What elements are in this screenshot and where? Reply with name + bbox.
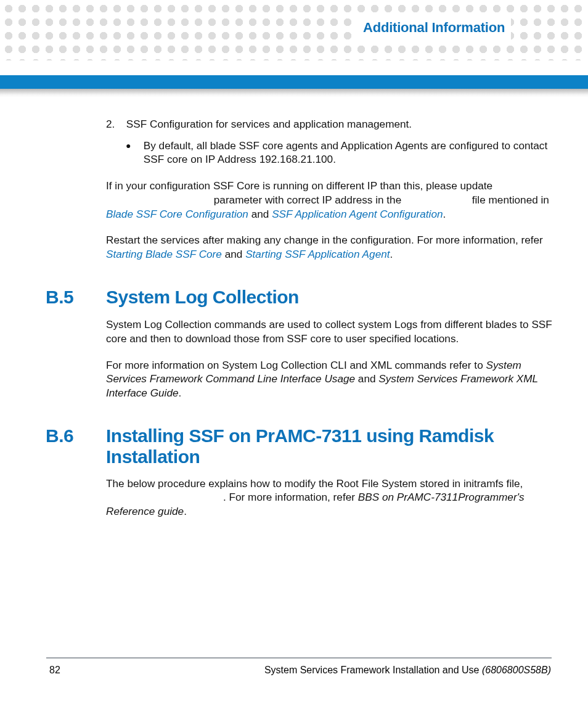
list-number: 2. (106, 117, 123, 131)
paragraph: For more information on System Log Colle… (106, 358, 555, 400)
section-body-b5: System Log Collection commands are used … (106, 318, 555, 400)
text: . (184, 505, 187, 517)
text: and (251, 208, 272, 220)
list-item-2: 2. SSF Configuration for services and ap… (106, 117, 555, 131)
footer-docid: (6806800S58B) (482, 665, 551, 675)
text: . (390, 248, 393, 260)
paragraph: The below procedure explains how to modi… (106, 477, 555, 519)
footer-text: System Services Framework Installation a… (264, 665, 551, 676)
section-heading-b6: B.6 Installing SSF on PrAMC-7311 using R… (46, 424, 555, 468)
text: and (225, 248, 245, 260)
chapter-title-box: Additional Information (354, 17, 511, 39)
text: parameter with correct IP address in the (211, 194, 404, 206)
bullet-text: By default, all blade SSF core agents an… (144, 139, 550, 166)
text: and (355, 372, 378, 385)
section-number: B.5 (46, 285, 106, 310)
page-content: 2. SSF Configuration for services and ap… (106, 117, 555, 519)
header-blue-bar (0, 75, 588, 89)
bullet-item: ● By default, all blade SSF core agents … (126, 139, 555, 166)
chapter-title: Additional Information (363, 20, 505, 35)
list-text: SSF Configuration for services and appli… (126, 117, 552, 131)
text: . (179, 387, 182, 399)
page-number: 82 (49, 665, 60, 676)
text: The below procedure explains how to modi… (106, 477, 523, 490)
link-blade-ssf-core-config[interactable]: Blade SSF Core Configuration (106, 208, 248, 220)
header-gray-fade (0, 89, 588, 97)
section-title: System Log Collection (106, 287, 299, 308)
text: Restart the services after making any ch… (106, 234, 543, 246)
section-heading-b5: B.5 System Log Collection (46, 285, 555, 310)
footer-title: System Services Framework Installation a… (264, 665, 482, 675)
link-starting-blade-ssf-core[interactable]: Starting Blade SSF Core (106, 248, 222, 260)
paragraph-config-note: If in your configuration SSF Core is run… (106, 179, 555, 221)
text: . For more information, refer (223, 491, 358, 503)
text: . (443, 208, 446, 220)
section-title: Installing SSF on PrAMC-7311 using Ramdi… (106, 425, 555, 468)
footer-rule (46, 657, 552, 659)
text: For more information on System Log Colle… (106, 359, 486, 371)
text: file mentioned in (469, 194, 549, 206)
paragraph-restart-note: Restart the services after making any ch… (106, 233, 555, 261)
link-ssf-app-agent-config[interactable]: SSF Application Agent Configuration (272, 208, 443, 220)
paragraph: System Log Collection commands are used … (106, 318, 555, 345)
bullet-icon: ● (126, 139, 141, 152)
section-body-b6: The below procedure explains how to modi… (106, 477, 555, 519)
text: If in your configuration SSF Core is run… (106, 179, 492, 192)
section-number: B.6 (46, 424, 106, 448)
link-starting-ssf-app-agent[interactable]: Starting SSF Application Agent (245, 248, 390, 260)
